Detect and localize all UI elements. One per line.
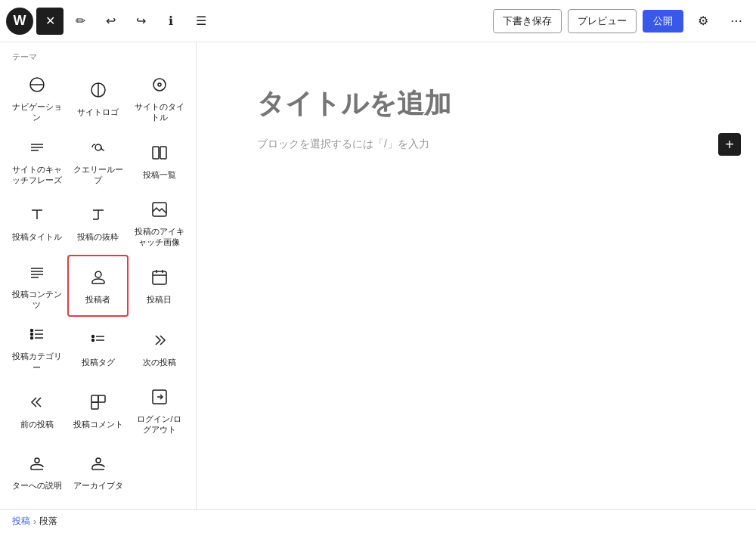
sidebar-section-label: テーマ <box>0 42 196 67</box>
main-toolbar: W ✕ ✏ ↩ ↪ ℹ ☰ 下書き保存 プレビュー 公開 ⚙ ⋯ <box>0 0 756 42</box>
block-label-postdate: 投稿日 <box>147 294 172 305</box>
block-icon-siteurl <box>150 76 169 97</box>
block-icon-postcontent <box>28 263 46 284</box>
block-label-archive: アーカイブタ <box>73 480 123 491</box>
block-icon-postexcerpt <box>89 206 107 227</box>
svg-rect-8 <box>153 147 159 159</box>
block-icon-posttag <box>89 331 107 352</box>
block-label-authordesc: ターへの説明 <box>12 480 62 491</box>
block-icon-prevpost <box>28 393 46 414</box>
block-item-nextpost[interactable]: 次の投稿 <box>129 317 190 380</box>
block-icon-posttitle <box>28 206 46 227</box>
block-item-catchphrase[interactable]: サイトのキャッチフレーズ <box>6 130 67 193</box>
publish-button[interactable]: 公開 <box>643 10 683 33</box>
info-button[interactable]: ℹ <box>157 8 184 35</box>
svg-point-34 <box>91 339 94 341</box>
pencil-button[interactable]: ✏ <box>67 8 94 35</box>
svg-rect-23 <box>153 271 166 284</box>
block-item-postfeatured[interactable]: 投稿のアイキャッチ画像 <box>129 192 190 255</box>
block-label-postcomment: 投稿コメント <box>73 419 123 429</box>
toolbar-left: W ✕ ✏ ↩ ↪ ℹ ☰ <box>6 8 215 35</box>
svg-rect-9 <box>160 147 166 159</box>
block-label-posttitle: 投稿タイトル <box>12 231 62 242</box>
svg-point-45 <box>96 458 101 463</box>
block-item-siteurl[interactable]: サイトのタイ トル <box>129 67 190 130</box>
editor-content-area[interactable]: ブロックを選択するには「/」を入力 + <box>197 42 756 509</box>
block-label-posttag: 投稿タグ <box>82 357 115 367</box>
breadcrumb-current: 段落 <box>39 515 57 528</box>
block-label-postcontent: 投稿コンテン ツ <box>12 289 62 311</box>
block-icon-query <box>89 138 107 160</box>
toolbar-right: 下書き保存 プレビュー 公開 ⚙ ⋯ <box>493 8 750 35</box>
block-icon-postdate <box>150 268 169 290</box>
block-label-postfeatured: 投稿のアイキャッチ画像 <box>134 226 184 248</box>
block-item-postcomment[interactable]: 投稿コメント <box>67 380 129 442</box>
draft-save-button[interactable]: 下書き保存 <box>493 9 562 33</box>
svg-rect-39 <box>91 402 98 409</box>
editor-placeholder-text: ブロックを選択するには「/」を入力 <box>257 138 429 151</box>
block-label-postlist: 投稿一覧 <box>143 169 176 180</box>
page-title-input[interactable] <box>257 88 696 119</box>
block-icon-postcomment <box>89 393 107 414</box>
list-view-button[interactable]: ☰ <box>187 8 215 35</box>
block-icon-nav <box>28 76 46 97</box>
block-item-posttitle[interactable]: 投稿タイトル <box>6 192 67 255</box>
block-item-authordesc[interactable]: ターへの説明 <box>6 442 67 503</box>
block-grid: ナビゲーショ ンサイトロゴサイトのタイ トルサイトのキャッチフレーズクエリールー… <box>0 67 196 503</box>
svg-point-4 <box>158 83 161 86</box>
block-item-postexcerpt[interactable]: 投稿の抜粋 <box>67 192 129 255</box>
block-item-posttag[interactable]: 投稿タグ <box>67 317 129 380</box>
svg-point-29 <box>30 337 33 339</box>
svg-point-27 <box>30 330 33 332</box>
svg-point-28 <box>30 333 33 336</box>
svg-point-33 <box>91 335 94 337</box>
block-icon-sitelogo <box>89 81 107 102</box>
block-item-loginout[interactable]: ログイン/ロ グアウト <box>129 380 190 442</box>
block-item-postlist[interactable]: 投稿一覧 <box>129 130 190 193</box>
block-label-sitelogo: サイトロゴ <box>77 107 119 117</box>
block-item-archive[interactable]: アーカイブタ <box>67 442 129 503</box>
svg-rect-37 <box>91 395 98 402</box>
block-icon-catchphrase <box>28 138 46 160</box>
block-item-nav[interactable]: ナビゲーショ ン <box>6 67 67 130</box>
block-icon-postcat <box>28 325 46 346</box>
preview-button[interactable]: プレビュー <box>568 9 637 33</box>
block-label-query: クエリールー プ <box>73 164 123 186</box>
block-item-postauthor[interactable]: 投稿者 <box>67 255 129 318</box>
wp-logo-button[interactable]: W <box>6 8 33 35</box>
more-button[interactable]: ⋯ <box>723 8 750 35</box>
block-item-postcat[interactable]: 投稿カテゴリー <box>6 317 67 380</box>
block-item-query[interactable]: クエリールー プ <box>67 130 129 193</box>
block-item-sitelogo[interactable]: サイトロゴ <box>67 67 129 130</box>
block-icon-loginout <box>150 388 169 409</box>
svg-point-20 <box>95 271 101 277</box>
breadcrumb-bar: 投稿 › 段落 <box>0 509 756 533</box>
editor-placeholder-area: ブロックを選択するには「/」を入力 + <box>257 138 696 151</box>
main-area: テーマ ナビゲーショ ンサイトロゴサイトのタイ トルサイトのキャッチフレーズクエ… <box>0 42 756 509</box>
redo-button[interactable]: ↪ <box>127 8 154 35</box>
settings-button[interactable]: ⚙ <box>689 8 717 35</box>
block-label-postcat: 投稿カテゴリー <box>11 351 62 373</box>
block-item-postdate[interactable]: 投稿日 <box>129 255 190 318</box>
block-label-nav: ナビゲーショ ン <box>12 101 62 123</box>
breadcrumb-post[interactable]: 投稿 <box>12 515 30 528</box>
close-button[interactable]: ✕ <box>36 8 64 35</box>
block-icon-authordesc <box>28 454 46 476</box>
block-label-siteurl: サイトのタイ トル <box>135 101 184 123</box>
block-item-prevpost[interactable]: 前の投稿 <box>6 380 67 442</box>
svg-point-42 <box>35 458 39 463</box>
block-sidebar: テーマ ナビゲーショ ンサイトロゴサイトのタイ トルサイトのキャッチフレーズクエ… <box>0 42 197 509</box>
block-icon-postlist <box>150 144 169 165</box>
block-label-nextpost: 次の投稿 <box>143 357 176 367</box>
block-icon-archive <box>89 454 107 476</box>
block-label-postexcerpt: 投稿の抜粋 <box>77 231 119 242</box>
breadcrumb-separator: › <box>33 516 36 527</box>
add-block-button[interactable]: + <box>718 133 741 156</box>
undo-button[interactable]: ↩ <box>97 8 124 35</box>
block-label-catchphrase: サイトのキャッチフレーズ <box>11 164 62 186</box>
block-label-loginout: ログイン/ロ グアウト <box>137 414 181 435</box>
block-label-postauthor: 投稿者 <box>85 294 110 305</box>
block-item-postcontent[interactable]: 投稿コンテン ツ <box>6 255 67 318</box>
block-label-prevpost: 前の投稿 <box>20 419 54 429</box>
svg-rect-38 <box>98 395 105 402</box>
